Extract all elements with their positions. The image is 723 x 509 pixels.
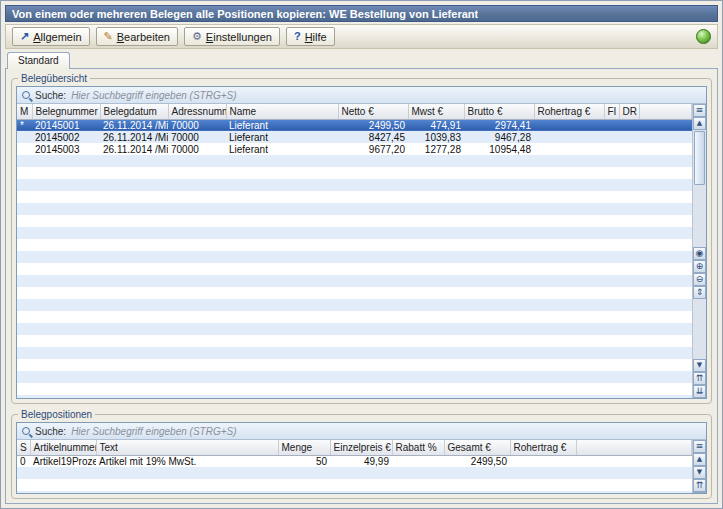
table-empty-row[interactable] bbox=[17, 383, 692, 395]
table-header-row: S Artikelnummer Text Menge Einzelpreis €… bbox=[17, 440, 692, 455]
tabstrip: Standard bbox=[5, 51, 718, 68]
table-empty-row[interactable] bbox=[17, 239, 692, 251]
table-empty-row[interactable] bbox=[17, 479, 692, 491]
table-header-row: M Belegnummer Belegdatum Adressnumm Name… bbox=[17, 104, 692, 119]
belegpositionen-group-label: Belegpositionen bbox=[18, 409, 95, 420]
table-empty-row[interactable] bbox=[17, 155, 692, 167]
scroll-down-button[interactable]: ▼ bbox=[693, 466, 706, 479]
col-header-dr[interactable]: DR bbox=[619, 104, 639, 119]
bearbeiten-label: Bearbeiten bbox=[117, 31, 170, 43]
col-header-gesamt[interactable]: Gesamt € bbox=[444, 440, 510, 455]
hilfe-label: Hilfe bbox=[305, 31, 327, 43]
table-empty-row[interactable] bbox=[17, 167, 692, 179]
table-empty-row[interactable] bbox=[17, 203, 692, 215]
table-empty-row[interactable] bbox=[17, 323, 692, 335]
table-empty-row[interactable] bbox=[17, 275, 692, 287]
table-empty-row[interactable] bbox=[17, 263, 692, 275]
search-placeholder: Hier Suchbegriff eingeben (STRG+S) bbox=[71, 426, 236, 437]
beleguebersicht-group-label: Belegübersicht bbox=[18, 73, 90, 84]
page-up-button[interactable]: ⇈ bbox=[693, 479, 706, 492]
col-header-text[interactable]: Text bbox=[96, 440, 278, 455]
table-empty-row[interactable] bbox=[17, 251, 692, 263]
scrollbar-thumb[interactable] bbox=[694, 131, 705, 185]
table-empty-row[interactable] bbox=[17, 179, 692, 191]
col-header-einzelpreis[interactable]: Einzelpreis € bbox=[330, 440, 392, 455]
col-header-mwst[interactable]: Mwst € bbox=[408, 104, 464, 119]
help-icon: ? bbox=[294, 31, 301, 42]
col-header-filler bbox=[576, 440, 692, 455]
allgemein-label: Allgemein bbox=[33, 31, 81, 43]
col-header-adressnummer[interactable]: Adressnumm bbox=[168, 104, 226, 119]
col-header-belegnummer[interactable]: Belegnummer bbox=[32, 104, 100, 119]
search-label: Suche: bbox=[35, 90, 66, 101]
col-header-netto[interactable]: Netto € bbox=[338, 104, 408, 119]
table-empty-row[interactable] bbox=[17, 227, 692, 239]
globe-icon[interactable] bbox=[696, 29, 711, 44]
expand-rows-icon[interactable]: ⇕ bbox=[693, 286, 706, 299]
table-empty-row[interactable] bbox=[17, 215, 692, 227]
search-icon bbox=[22, 427, 30, 435]
scrollbar-track[interactable] bbox=[693, 130, 706, 247]
scroll-down-button[interactable]: ▼ bbox=[693, 359, 706, 372]
table-empty-row[interactable] bbox=[17, 359, 692, 371]
belegpositionen-search-field[interactable]: Suche: Hier Suchbegriff eingeben (STRG+S… bbox=[17, 423, 706, 440]
vertical-scrollbar: ≡ ▲ ▼ ⇈ ⇊ bbox=[692, 440, 706, 493]
col-header-rohertrag[interactable]: Rohertrag € bbox=[510, 440, 576, 455]
content-panel: Belegübersicht Suche: Hier Suchbegriff e… bbox=[5, 68, 718, 504]
scrollbar-track-lower[interactable] bbox=[693, 299, 706, 360]
belegpositionen-grid: Suche: Hier Suchbegriff eingeben (STRG+S… bbox=[16, 422, 707, 494]
table-empty-row[interactable] bbox=[17, 335, 692, 347]
col-header-rabatt[interactable]: Rabatt % bbox=[392, 440, 444, 455]
beleguebersicht-grid: Suche: Hier Suchbegriff eingeben (STRG+S… bbox=[16, 86, 707, 399]
col-header-fi[interactable]: FI bbox=[604, 104, 619, 119]
table-row[interactable]: *2014500126.11.2014 /Mi70000Lieferant249… bbox=[17, 119, 692, 131]
search-label: Suche: bbox=[35, 426, 66, 437]
zoom-out-icon[interactable]: ⊖ bbox=[693, 273, 706, 286]
scroll-up-button[interactable]: ▲ bbox=[693, 453, 706, 466]
tab-standard[interactable]: Standard bbox=[7, 52, 70, 69]
col-header-m[interactable]: M bbox=[17, 104, 32, 119]
belegpositionen-grid-body: S Artikelnummer Text Menge Einzelpreis €… bbox=[17, 440, 706, 493]
page-up-button[interactable]: ⇈ bbox=[693, 372, 706, 385]
table-empty-row[interactable] bbox=[17, 191, 692, 203]
zoom-in-icon[interactable]: ⊕ bbox=[693, 260, 706, 273]
table-empty-row[interactable] bbox=[17, 347, 692, 359]
toolbar: ↗ Allgemein ✎ Bearbeiten ⚙ Einstellungen… bbox=[5, 24, 718, 49]
hilfe-menu-button[interactable]: ? Hilfe bbox=[286, 27, 335, 46]
table-row[interactable]: 0Artikel19ProzentArtikel mit 19% MwSt.50… bbox=[17, 455, 692, 467]
einstellungen-label: Einstellungen bbox=[206, 31, 272, 43]
col-header-rohertrag[interactable]: Rohertrag € bbox=[534, 104, 604, 119]
search-placeholder: Hier Suchbegriff eingeben (STRG+S) bbox=[71, 90, 236, 101]
table-empty-row[interactable] bbox=[17, 395, 692, 398]
positionen-table: S Artikelnummer Text Menge Einzelpreis €… bbox=[17, 440, 692, 493]
table-empty-row[interactable] bbox=[17, 371, 692, 383]
page-down-button[interactable]: ⇊ bbox=[693, 385, 706, 398]
col-header-s[interactable]: S bbox=[17, 440, 30, 455]
col-header-menge[interactable]: Menge bbox=[278, 440, 330, 455]
page-down-button[interactable]: ⇊ bbox=[693, 492, 706, 493]
gear-icon: ⚙ bbox=[192, 31, 202, 42]
table-empty-row[interactable] bbox=[17, 287, 692, 299]
column-options-button[interactable]: ≡ bbox=[693, 104, 706, 117]
arrow-icon: ↗ bbox=[20, 31, 29, 42]
col-header-belegdatum[interactable]: Belegdatum bbox=[100, 104, 168, 119]
table-empty-row[interactable] bbox=[17, 299, 692, 311]
scroll-up-button[interactable]: ▲ bbox=[693, 117, 706, 130]
col-header-brutto[interactable]: Brutto € bbox=[464, 104, 534, 119]
col-header-artikelnummer[interactable]: Artikelnummer bbox=[30, 440, 96, 455]
table-empty-row[interactable] bbox=[17, 467, 692, 479]
beleguebersicht-groupbox: Belegübersicht Suche: Hier Suchbegriff e… bbox=[11, 73, 712, 404]
allgemein-menu-button[interactable]: ↗ Allgemein bbox=[12, 27, 90, 46]
bearbeiten-menu-button[interactable]: ✎ Bearbeiten bbox=[96, 27, 178, 46]
column-options-button[interactable]: ≡ bbox=[693, 440, 706, 453]
grid-tool-mark-button[interactable]: ◉ bbox=[693, 247, 706, 260]
col-header-name[interactable]: Name bbox=[226, 104, 338, 119]
table-empty-row[interactable] bbox=[17, 311, 692, 323]
table-empty-row[interactable] bbox=[17, 491, 692, 493]
einstellungen-menu-button[interactable]: ⚙ Einstellungen bbox=[184, 27, 280, 46]
table-row[interactable]: 2014500326.11.2014 /Mi70000Lieferant9677… bbox=[17, 143, 692, 155]
belegpositionen-table-area: S Artikelnummer Text Menge Einzelpreis €… bbox=[17, 440, 692, 493]
beleguebersicht-search-field[interactable]: Suche: Hier Suchbegriff eingeben (STRG+S… bbox=[17, 87, 706, 104]
table-row[interactable]: 2014500226.11.2014 /Mi70000Lieferant8427… bbox=[17, 131, 692, 143]
vertical-scrollbar: ≡ ▲ ◉ ⊕ ⊖ ⇕ ▼ ⇈ ⇊ bbox=[692, 104, 706, 398]
